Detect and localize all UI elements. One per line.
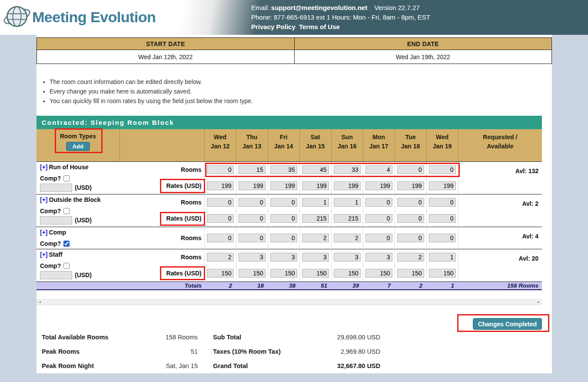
rate-input[interactable] xyxy=(270,181,297,190)
comp-checkbox[interactable] xyxy=(63,175,70,181)
expand-room-type-link[interactable]: [+] xyxy=(40,229,48,236)
scroll-right-icon[interactable]: ► xyxy=(536,300,541,305)
room-count-input[interactable] xyxy=(239,253,266,261)
room-type-cell: [+]Staff Comp? (USD) xyxy=(37,249,120,281)
app-logo: Meeting Evolution xyxy=(3,3,156,31)
rate-input[interactable] xyxy=(239,269,266,278)
rate-fill-input[interactable] xyxy=(40,184,72,192)
room-count-input[interactable] xyxy=(397,253,424,261)
rate-input[interactable] xyxy=(302,269,329,278)
rate-input[interactable] xyxy=(397,214,424,223)
room-count-input[interactable] xyxy=(397,165,424,174)
rate-input[interactable] xyxy=(429,214,456,223)
room-count-input[interactable] xyxy=(207,234,234,242)
room-count-input[interactable] xyxy=(302,234,329,242)
rate-input[interactable] xyxy=(302,214,329,223)
room-count-input[interactable] xyxy=(302,253,329,261)
comp-checkbox[interactable] xyxy=(63,241,70,247)
room-count-input[interactable] xyxy=(334,234,361,242)
rate-input[interactable] xyxy=(270,269,297,278)
room-count-input[interactable] xyxy=(270,234,297,242)
room-count-input[interactable] xyxy=(334,253,361,261)
header-info: Email: support@meetingevolution.net Vers… xyxy=(251,3,430,32)
totals-row: Totals 2 18 38 51 39 7 2 1 158 Rooms xyxy=(37,281,542,290)
room-count-input[interactable] xyxy=(334,198,361,207)
expand-room-type-link[interactable]: [+] xyxy=(40,251,48,258)
privacy-policy-link[interactable]: Privacy Policy xyxy=(251,23,296,30)
rate-input[interactable] xyxy=(397,269,424,278)
usd-label: (USD) xyxy=(75,184,92,191)
rate-input[interactable] xyxy=(239,214,266,223)
app-version: Version 22.7.27 xyxy=(374,4,419,11)
room-count-input[interactable] xyxy=(302,165,329,174)
room-count-input[interactable] xyxy=(365,198,392,207)
page: Meeting Evolution Email: support@meeting… xyxy=(0,0,588,382)
room-count-input[interactable] xyxy=(239,234,266,242)
rate-input[interactable] xyxy=(429,181,456,190)
available-count: Avl: 20 xyxy=(458,249,542,281)
room-type-group-comp: [+]Comp Comp? Rooms Avl: 4 xyxy=(37,227,542,249)
room-count-input[interactable] xyxy=(397,198,424,207)
room-count-input[interactable] xyxy=(429,198,456,207)
terms-of-use-link[interactable]: Terms of Use xyxy=(299,23,340,30)
rate-fill-input[interactable] xyxy=(40,216,72,225)
rate-input[interactable] xyxy=(429,269,456,278)
changes-completed-button[interactable]: Changes Completed xyxy=(473,318,542,330)
room-count-input[interactable] xyxy=(365,253,392,261)
totals-rooms: 158 Rooms xyxy=(458,281,542,290)
expand-room-type-link[interactable]: [+] xyxy=(40,164,48,171)
totals-label: Totals xyxy=(37,281,204,290)
room-count-input[interactable] xyxy=(429,253,456,261)
rate-input[interactable] xyxy=(334,214,361,223)
room-count-input[interactable] xyxy=(334,165,361,174)
room-count-input[interactable] xyxy=(429,234,456,242)
rate-input[interactable] xyxy=(239,181,266,190)
day-date: Jan 12 xyxy=(205,142,236,151)
requested-line: Requested / xyxy=(458,133,542,142)
rate-input[interactable] xyxy=(207,214,234,223)
content-panel: START DATE END DATE Wed Jan 12th, 2022 W… xyxy=(37,35,552,373)
day-column-header: WedJan 12 xyxy=(204,129,236,161)
rate-input[interactable] xyxy=(365,181,392,190)
rate-input[interactable] xyxy=(207,269,234,278)
room-count-input[interactable] xyxy=(365,234,392,242)
room-count-input[interactable] xyxy=(207,198,234,207)
available-count: Avl: 2 xyxy=(458,194,542,227)
room-count-input[interactable] xyxy=(270,198,297,207)
room-count-input[interactable] xyxy=(207,253,234,261)
rate-input[interactable] xyxy=(334,269,361,278)
room-count-input[interactable] xyxy=(397,234,424,242)
room-count-input[interactable] xyxy=(239,198,266,207)
rate-input[interactable] xyxy=(365,214,392,223)
rate-input[interactable] xyxy=(334,181,361,190)
comp-checkbox[interactable] xyxy=(63,263,70,269)
day-name: Sun xyxy=(332,133,363,142)
room-count-input[interactable] xyxy=(365,165,392,174)
room-count-input[interactable] xyxy=(270,253,297,261)
scroll-left-icon[interactable]: ◄ xyxy=(37,300,43,305)
rooms-row-label: Rooms xyxy=(120,194,204,211)
rate-input[interactable] xyxy=(302,181,329,190)
rate-input[interactable] xyxy=(270,214,297,223)
room-type-name: Outside the Block xyxy=(49,196,101,203)
room-count-input[interactable] xyxy=(302,198,329,207)
room-count-input[interactable] xyxy=(270,165,297,174)
room-count-input[interactable] xyxy=(429,165,456,174)
available-count: Avl: 132 xyxy=(458,161,542,194)
comp-label: Comp? xyxy=(40,262,61,269)
rate-input[interactable] xyxy=(365,269,392,278)
room-count-input[interactable] xyxy=(207,165,234,174)
room-block-table: Room Types Add WedJan 12 ThuJan 13 FriJa… xyxy=(37,129,542,290)
room-type-cell: [+]Run of House Comp? (USD) xyxy=(37,161,120,194)
support-email-link[interactable]: support@meetingevolution.net xyxy=(271,4,367,11)
rates-row-label: Rates (USD) xyxy=(120,211,204,227)
add-room-type-button[interactable]: Add xyxy=(66,142,90,151)
rate-input[interactable] xyxy=(397,181,424,190)
comp-checkbox[interactable] xyxy=(63,208,70,214)
room-count-input[interactable] xyxy=(239,165,266,174)
expand-room-type-link[interactable]: [+] xyxy=(40,196,48,203)
day-name: Tue xyxy=(395,133,426,142)
rate-input[interactable] xyxy=(207,181,234,190)
rate-fill-input[interactable] xyxy=(40,271,72,279)
horizontal-scrollbar[interactable]: ◄ ► xyxy=(37,299,542,305)
